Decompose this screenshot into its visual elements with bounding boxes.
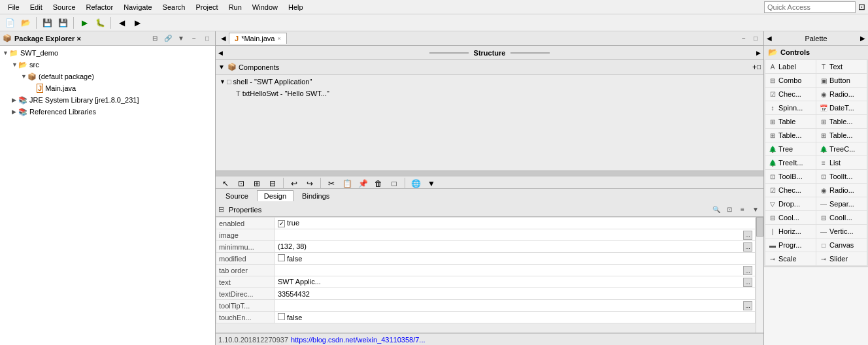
menu-refactor[interactable]: Refactor	[81, 2, 119, 12]
palette-item-datetime[interactable]: 📅 DateT...	[816, 101, 867, 114]
palette-item-check2[interactable]: ☑ Chec...	[765, 184, 816, 197]
scrollbar-thumb[interactable]	[756, 217, 763, 237]
props-action1[interactable]: ⊡	[724, 205, 735, 215]
props-action3[interactable]: ▼	[750, 205, 761, 215]
editor-minimize[interactable]: −	[739, 33, 749, 44]
palette-item-button[interactable]: ▣ Button	[816, 74, 867, 87]
palette-item-canvas[interactable]: □ Canvas	[816, 238, 867, 252]
palette-item-horiz[interactable]: | Horiz...	[765, 225, 816, 238]
menu-help[interactable]: Help	[283, 2, 309, 12]
image-dots-btn[interactable]: ...	[743, 231, 752, 240]
props-filter-icon[interactable]: 🔍	[711, 205, 722, 215]
toolbar-debug[interactable]: 🐛	[93, 16, 107, 30]
palette-item-text[interactable]: T Text	[816, 60, 867, 73]
palette-item-check[interactable]: ☑ Chec...	[765, 88, 816, 101]
design-preview-arrow[interactable]: ▼	[424, 176, 439, 188]
palette-item-scale[interactable]: ⊸ Scale	[765, 252, 816, 265]
prop-val-enabled[interactable]: ✓ true	[275, 218, 756, 229]
palette-item-table2[interactable]: ⊞ Table...	[816, 115, 867, 128]
status-link[interactable]: https://blog.csdn.net/weixin_43110358/7.…	[291, 336, 425, 344]
prop-val-taborder[interactable]: ...	[275, 265, 756, 276]
prop-val-modified[interactable]: false	[275, 253, 756, 265]
palette-item-toolit[interactable]: ⊡ ToolIt...	[816, 170, 867, 183]
design-redo[interactable]: ↪	[303, 176, 317, 188]
splitter-horizontal[interactable]	[216, 171, 763, 176]
toolbar-save[interactable]: 💾	[40, 16, 54, 30]
palette-item-progr[interactable]: ▬ Progr...	[765, 238, 816, 252]
palette-item-treecol[interactable]: 🌲 TreeC...	[816, 142, 867, 156]
palette-item-table3[interactable]: ⊞ Table...	[765, 129, 816, 142]
comp-item-txtHelloSwt[interactable]: ▶ T txtHelloSwt - "Hello SWT..."	[217, 88, 762, 99]
toolbar-open[interactable]: 📂	[18, 16, 33, 30]
palette-item-spinner[interactable]: ↕ Spinn...	[765, 101, 816, 114]
structure-expand-icon[interactable]: ▶	[756, 50, 761, 56]
toolbar-next[interactable]: ▶	[130, 16, 144, 30]
tab-source[interactable]: Source	[218, 190, 256, 202]
tree-item-default-pkg[interactable]: ▼ 📦 (default package)	[0, 71, 215, 82]
prop-val-tooltip[interactable]: ...	[275, 300, 756, 312]
components-expand-icon[interactable]: □	[757, 63, 761, 71]
enabled-checkbox[interactable]: ✓	[278, 220, 285, 227]
components-collapse[interactable]: ▼	[218, 63, 225, 71]
menu-source[interactable]: Source	[48, 2, 81, 12]
palette-item-tree[interactable]: 🌲 Tree	[765, 142, 816, 156]
panel-maximize-icon[interactable]: □	[202, 33, 212, 44]
design-undo[interactable]: ↩	[287, 176, 301, 188]
design-preview[interactable]: 🌐	[409, 176, 423, 188]
text-dots-btn[interactable]: ...	[743, 278, 752, 287]
palette-item-separ[interactable]: — Separ...	[816, 197, 867, 210]
palette-item-radio2[interactable]: ◉ Radio...	[816, 184, 867, 197]
design-zoom[interactable]: □	[387, 176, 401, 188]
min-dots-btn[interactable]: ...	[743, 242, 752, 252]
panel-menu-icon[interactable]: ▼	[176, 33, 186, 44]
tab-bindings[interactable]: Bindings	[295, 190, 337, 202]
palette-item-slider[interactable]: ⊸ Slider	[816, 252, 867, 265]
palette-item-cooli[interactable]: ⊟ CoolI...	[816, 211, 867, 224]
maximize-icon[interactable]: ⊡	[858, 2, 865, 12]
palette-left-arrow[interactable]: ◀	[767, 35, 772, 42]
design-tool-choose[interactable]: ⊡	[234, 176, 248, 188]
palette-item-table[interactable]: ⊞ Table	[765, 115, 816, 128]
toolbar-run[interactable]: ▶	[77, 16, 92, 30]
modified-checkbox[interactable]	[278, 254, 285, 261]
design-tool-select[interactable]: ↖	[218, 176, 233, 188]
comp-item-shell[interactable]: ▼ □ shell - "SWT Application"	[217, 76, 762, 88]
panel-minimize-icon[interactable]: −	[189, 33, 199, 44]
properties-scrollbar[interactable]	[756, 217, 763, 333]
menu-search[interactable]: Search	[158, 2, 191, 12]
tree-item-src[interactable]: ▼ 📂 src	[0, 59, 215, 71]
tree-item-main-java[interactable]: ▶ J Main.java	[0, 82, 215, 94]
prop-val-textdirec[interactable]: 33554432	[275, 288, 756, 300]
menu-edit[interactable]: Edit	[25, 2, 48, 12]
palette-item-combo[interactable]: ⊟ Combo	[765, 74, 816, 87]
tree-item-jre[interactable]: ▶ 📚 JRE System Library [jre1.8.0_231]	[0, 94, 215, 106]
tooltip-dots-btn[interactable]: ...	[743, 301, 752, 310]
design-tool-4[interactable]: ⊟	[265, 176, 280, 188]
palette-controls-header[interactable]: 📂 Controls	[764, 46, 868, 59]
structure-collapse-icon[interactable]: ◀	[218, 50, 223, 56]
palette-item-vertic[interactable]: — Vertic...	[816, 225, 867, 238]
props-action2[interactable]: ≡	[737, 205, 748, 215]
design-copy[interactable]: 📋	[340, 176, 354, 188]
taborder-dots-btn[interactable]: ...	[743, 266, 752, 275]
menu-window[interactable]: Window	[247, 2, 283, 12]
touchen-checkbox[interactable]	[278, 313, 285, 320]
editor-tab-close[interactable]: ×	[277, 35, 280, 42]
link-with-editor-icon[interactable]: 🔗	[163, 33, 173, 44]
palette-item-toolbar[interactable]: ⊡ ToolB...	[765, 170, 816, 183]
palette-item-list[interactable]: ≡ List	[816, 156, 867, 169]
toolbar-new[interactable]: 📄	[3, 16, 17, 30]
menu-file[interactable]: File	[3, 2, 25, 12]
toolbar-save-all[interactable]: 💾	[56, 16, 70, 30]
collapse-all-icon[interactable]: ⊟	[150, 33, 160, 44]
palette-item-cool[interactable]: ⊟ Cool...	[765, 211, 816, 224]
palette-item-radio[interactable]: ◉ Radio...	[816, 88, 867, 101]
menu-run[interactable]: Run	[224, 2, 247, 12]
palette-item-label[interactable]: A Label	[765, 60, 816, 73]
prop-val-minimum[interactable]: (132, 38) ...	[275, 241, 756, 253]
toolbar-prev[interactable]: ◀	[114, 16, 129, 30]
prop-val-image[interactable]: ...	[275, 229, 756, 241]
tree-item-swt-demo[interactable]: ▼ 📁 SWT_demo	[0, 47, 215, 59]
editor-nav-back[interactable]: ◀	[218, 35, 229, 42]
palette-item-treeit[interactable]: 🌲 TreeIt...	[765, 156, 816, 169]
